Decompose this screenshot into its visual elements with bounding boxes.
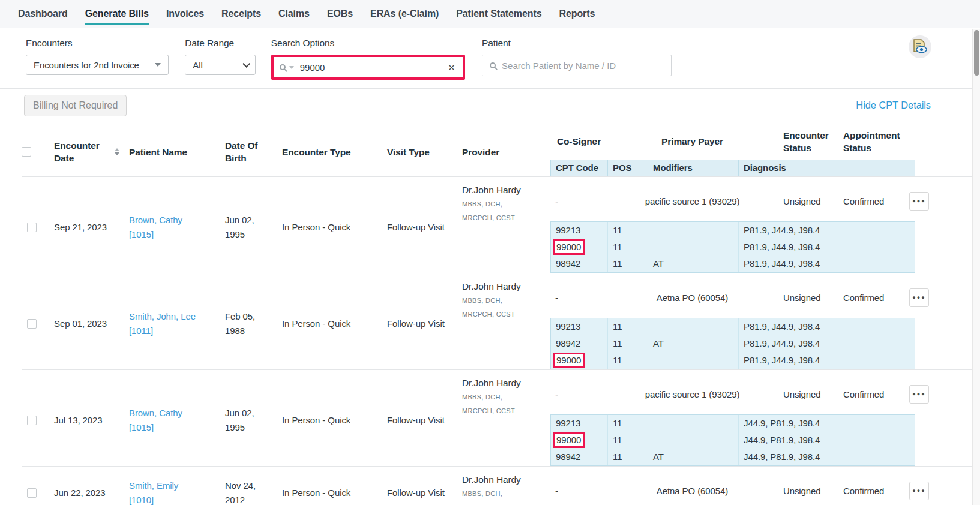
- row-checkbox[interactable]: [27, 416, 37, 425]
- dob-cell: Nov 24, 2012: [219, 471, 276, 505]
- vertical-scrollbar[interactable]: [972, 29, 980, 505]
- cpt-code-value: 99213: [556, 321, 580, 333]
- header-visit-type: Visit Type: [381, 127, 462, 176]
- encounter-date-cell: Sep 01, 2023: [49, 278, 123, 369]
- ellipsis-icon: ●●●: [912, 488, 925, 494]
- appointment-status-badge: Confirmed: [837, 486, 909, 496]
- cpt-code-value: 99213: [556, 417, 580, 429]
- co-signer-cell: -: [550, 389, 607, 399]
- sort-icon[interactable]: [115, 148, 119, 155]
- cpt-code-cell: 98942: [551, 335, 608, 352]
- co-signer-cell: -: [550, 486, 607, 496]
- header-encounter-date[interactable]: Encounter Date: [49, 127, 123, 176]
- cpt-pos-cell: 11: [608, 449, 648, 465]
- nav-item-receipts[interactable]: Receipts: [221, 6, 261, 22]
- cpt-modifiers-cell: [648, 239, 739, 255]
- close-icon[interactable]: ✕: [446, 63, 456, 72]
- cpt-code-cell: 98942: [551, 255, 608, 272]
- cpt-modifiers-cell: [648, 222, 739, 239]
- search-options-input[interactable]: [300, 62, 447, 73]
- nav-item-reports[interactable]: Reports: [559, 6, 595, 22]
- row-actions-button[interactable]: ●●●: [909, 192, 929, 211]
- patient-link[interactable]: Smith, John, Lee[1011]: [123, 309, 196, 338]
- primary-payer-cell: Aetna PO (60054): [607, 293, 777, 303]
- cpt-modifiers-cell: [648, 415, 739, 432]
- patient-link[interactable]: Smith, Emily[1010]: [123, 479, 178, 505]
- chevron-down-icon: [155, 63, 161, 67]
- date-range-select[interactable]: All: [185, 55, 256, 75]
- cpt-code-value: 99213: [556, 224, 580, 236]
- nav-item-dashboard[interactable]: Dashboard: [18, 6, 68, 22]
- nav-item-claims[interactable]: Claims: [278, 6, 310, 22]
- row-checkbox[interactable]: [27, 319, 37, 329]
- patient-link[interactable]: Brown, Cathy[1015]: [123, 406, 182, 435]
- encounter-status-badge: Unsigned: [777, 389, 837, 399]
- cpt-diagnosis-cell: J44.9, P81.9, J98.4: [739, 415, 915, 432]
- date-range-label: Date Range: [185, 38, 256, 49]
- row-actions-button[interactable]: ●●●: [909, 288, 929, 307]
- encounter-date-cell: Sep 21, 2023: [49, 182, 123, 273]
- cpt-code-cell: 99000: [551, 352, 608, 369]
- header-modifiers: Modifiers: [648, 160, 739, 176]
- billing-not-required-button[interactable]: Billing Not Required: [24, 95, 127, 116]
- date-range-value: All: [193, 60, 202, 70]
- nav-item-eobs[interactable]: EOBs: [327, 6, 353, 22]
- nav-item-invoices[interactable]: Invoices: [166, 6, 204, 22]
- encounters-dropdown-value: Encounters for 2nd Invoice: [34, 60, 139, 70]
- cpt-view-button[interactable]: [909, 35, 931, 58]
- cpt-pos-cell: 11: [608, 318, 648, 335]
- row-checkbox[interactable]: [27, 488, 37, 498]
- encounter-date-cell: Jun 22, 2023: [49, 471, 123, 505]
- cpt-pos-cell: 11: [608, 239, 648, 255]
- cpt-code-cell: 99213: [551, 318, 608, 335]
- cpt-code-value: 98942: [556, 338, 580, 350]
- cpt-code-cell: 99000: [551, 239, 608, 255]
- row-actions-button[interactable]: ●●●: [909, 482, 929, 500]
- cpt-modifiers-cell: AT: [648, 335, 739, 352]
- encounter-type-cell: In Person - Quick: [276, 375, 381, 466]
- row-actions-button[interactable]: ●●●: [909, 385, 929, 404]
- dob-cell: Jun 02, 1995: [219, 182, 276, 273]
- header-date-of-birth: Date Of Birth: [219, 127, 276, 176]
- encounter-type-cell: In Person - Quick: [276, 182, 381, 273]
- dob-cell: Jun 02, 1995: [219, 375, 276, 466]
- table-header: Encounter Date Patient Name Date Of Birt…: [22, 122, 972, 177]
- row-checkbox[interactable]: [27, 223, 37, 232]
- patient-search-input[interactable]: [502, 61, 664, 71]
- encounters-label: Encounters: [26, 38, 169, 49]
- co-signer-cell: -: [550, 293, 607, 303]
- scrollbar-thumb[interactable]: [974, 30, 979, 76]
- encounters-table: Encounter Date Patient Name Date Of Birt…: [22, 122, 972, 505]
- cpt-table: 99213 11 J44.9, P81.9, J98.4 99000 11 J4…: [550, 414, 915, 466]
- nav-item-eras-e-claim[interactable]: ERAs (e-Claim): [370, 6, 439, 22]
- co-signer-cell: -: [550, 196, 607, 206]
- patient-link[interactable]: Brown, Cathy[1015]: [123, 213, 182, 242]
- cpt-table: 99213 11 P81.9, J44.9, J98.4 98942 11 AT…: [550, 318, 915, 369]
- encounters-dropdown[interactable]: Encounters for 2nd Invoice: [26, 55, 169, 75]
- table-row: Sep 21, 2023 Brown, Cathy[1015] Jun 02, …: [22, 177, 972, 273]
- cpt-code-cell: 99213: [551, 222, 608, 239]
- header-primary-payer: Primary Payer: [607, 136, 777, 147]
- cpt-code-value: 98942: [556, 451, 580, 463]
- provider-cell: Dr.John Hardy MBBS, DCH, MRCPCH, CCST: [462, 471, 550, 505]
- table-row: Jul 13, 2023 Brown, Cathy[1015] Jun 02, …: [22, 369, 972, 466]
- dob-cell: Feb 05, 1988: [219, 278, 276, 369]
- nav-item-patient-statements[interactable]: Patient Statements: [456, 6, 541, 22]
- select-all-checkbox[interactable]: [22, 147, 31, 157]
- encounter-status-badge: Unsigned: [777, 486, 837, 496]
- primary-payer-cell: pacific source 1 (93029): [607, 196, 777, 206]
- cpt-pos-cell: 11: [608, 222, 648, 239]
- appointment-status-badge: Confirmed: [837, 293, 909, 303]
- nav-item-generate-bills[interactable]: Generate Bills: [85, 6, 149, 22]
- cpt-modifiers-cell: [648, 318, 739, 335]
- cpt-code-cell: 98942: [551, 449, 608, 465]
- provider-cell: Dr.John Hardy MBBS, DCH, MRCPCH, CCST: [462, 182, 550, 273]
- cpt-pos-cell: 11: [608, 415, 648, 432]
- cpt-modifiers-cell: [648, 352, 739, 369]
- cpt-subheader: CPT Code POS Modifiers Diagnosis: [550, 160, 915, 176]
- cpt-modifiers-cell: [648, 432, 739, 449]
- cpt-pos-cell: 11: [608, 335, 648, 352]
- hide-cpt-details-link[interactable]: Hide CPT Details: [856, 100, 931, 111]
- cpt-diagnosis-cell: P81.9, J44.9, J98.4: [739, 255, 915, 272]
- cpt-pos-cell: 11: [608, 432, 648, 449]
